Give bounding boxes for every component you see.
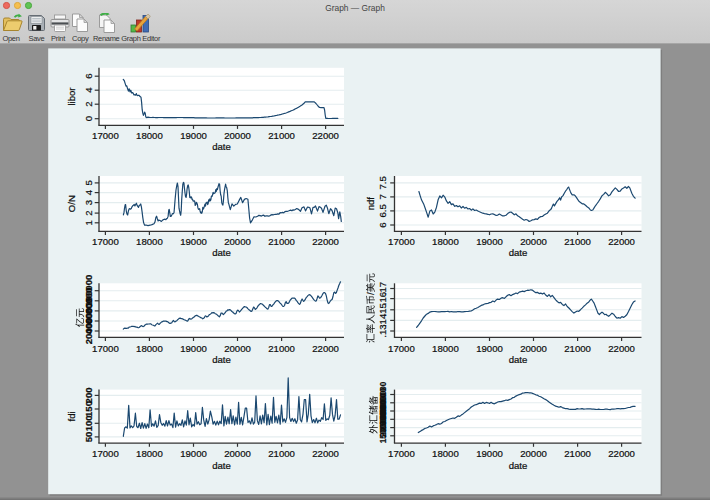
svg-text:18000: 18000 (432, 343, 459, 354)
svg-text:100: 100 (83, 415, 94, 431)
svg-text:O/N: O/N (66, 195, 77, 212)
svg-text:libor: libor (66, 87, 77, 106)
svg-text:/: / (365, 292, 376, 295)
svg-text:0: 0 (83, 116, 94, 121)
svg-text:21000: 21000 (564, 343, 591, 354)
svg-text:17000: 17000 (92, 448, 119, 459)
svg-text:19000: 19000 (180, 448, 207, 459)
svg-text:22000: 22000 (312, 343, 339, 354)
svg-text:2: 2 (83, 102, 94, 107)
svg-text:17000: 17000 (388, 343, 415, 354)
svg-text:20000: 20000 (224, 448, 251, 459)
svg-text:date: date (212, 141, 231, 152)
svg-text:19000: 19000 (476, 236, 503, 247)
svg-text:6: 6 (83, 74, 94, 79)
svg-text:20000: 20000 (520, 343, 547, 354)
svg-text:7: 7 (377, 194, 388, 199)
svg-text:4: 4 (83, 87, 94, 93)
svg-text:date: date (212, 247, 231, 258)
svg-text:6: 6 (377, 222, 388, 227)
svg-text:20000: 20000 (224, 236, 251, 247)
svg-text:ndf: ndf (365, 197, 376, 211)
svg-text:19000: 19000 (180, 236, 207, 247)
svg-text:21000: 21000 (268, 343, 295, 354)
svg-text:date: date (509, 247, 528, 258)
svg-text:1500000: 1500000 (379, 411, 388, 443)
svg-text:21000: 21000 (564, 236, 591, 247)
svg-text:date: date (212, 460, 231, 471)
svg-text:4: 4 (83, 189, 94, 195)
svg-text:19000: 19000 (476, 343, 503, 354)
svg-text:19000: 19000 (180, 343, 207, 354)
svg-text:22000: 22000 (608, 343, 635, 354)
svg-text:17000: 17000 (92, 130, 119, 141)
svg-text:20000: 20000 (224, 130, 251, 141)
svg-text:21000: 21000 (564, 448, 591, 459)
svg-text:22000: 22000 (312, 236, 339, 247)
svg-text:6.5: 6.5 (377, 204, 388, 217)
svg-text:fdi: fdi (66, 411, 77, 421)
svg-text:19000: 19000 (180, 130, 207, 141)
svg-text:18000: 18000 (432, 236, 459, 247)
svg-text:17000: 17000 (388, 448, 415, 459)
svg-text:50: 50 (83, 432, 94, 443)
svg-text:18000: 18000 (136, 130, 163, 141)
svg-text:18000: 18000 (136, 236, 163, 247)
svg-text:18000: 18000 (432, 448, 459, 459)
svg-text:20000: 20000 (520, 236, 547, 247)
svg-text:.17: .17 (377, 282, 388, 295)
svg-text:21000: 21000 (268, 448, 295, 459)
svg-text:1: 1 (83, 220, 94, 225)
svg-text:18000: 18000 (136, 448, 163, 459)
svg-text:20000: 20000 (520, 448, 547, 459)
svg-text:17000: 17000 (92, 236, 119, 247)
svg-text:20000: 20000 (83, 318, 94, 345)
svg-text:22000: 22000 (312, 448, 339, 459)
svg-text:17000: 17000 (92, 343, 119, 354)
svg-text:20000: 20000 (224, 343, 251, 354)
svg-text:3: 3 (83, 200, 94, 205)
svg-text:7.5: 7.5 (377, 176, 388, 189)
svg-text:17000: 17000 (388, 236, 415, 247)
svg-text:150: 150 (83, 401, 94, 417)
svg-text:date: date (509, 460, 528, 471)
svg-text:22000: 22000 (608, 236, 635, 247)
svg-text:date: date (509, 354, 528, 365)
svg-text:22000: 22000 (312, 130, 339, 141)
svg-text:5: 5 (83, 180, 94, 185)
svg-text:22000: 22000 (608, 448, 635, 459)
svg-text:18000: 18000 (136, 343, 163, 354)
svg-text:19000: 19000 (476, 448, 503, 459)
svg-text:2: 2 (83, 210, 94, 215)
svg-text:21000: 21000 (268, 130, 295, 141)
svg-text:date: date (212, 354, 231, 365)
svg-text:21000: 21000 (268, 236, 295, 247)
